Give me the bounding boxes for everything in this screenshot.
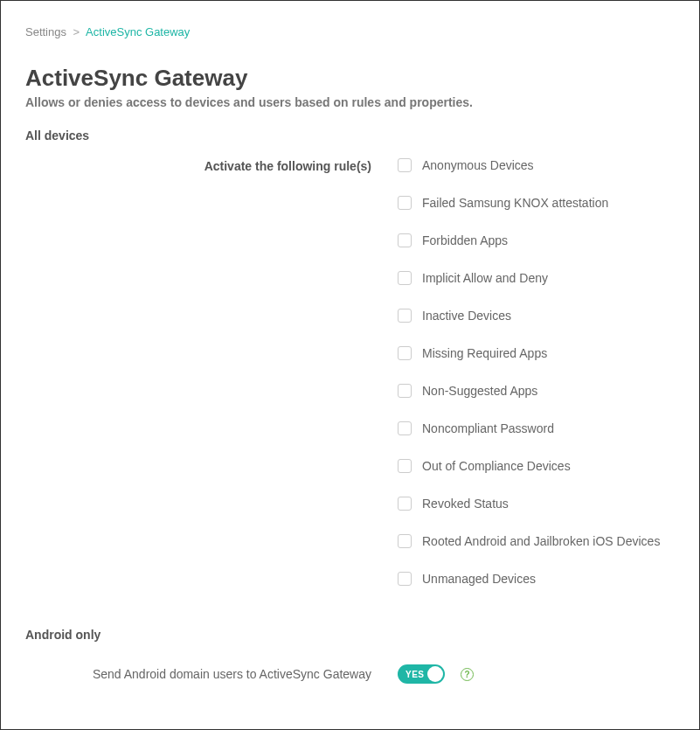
rule-label: Missing Required Apps [422, 346, 547, 360]
rule-missing-required-apps: Missing Required Apps [398, 346, 675, 360]
breadcrumb-current[interactable]: ActiveSync Gateway [86, 25, 190, 38]
checkbox-failed-knox[interactable] [398, 196, 412, 210]
rule-out-of-compliance: Out of Compliance Devices [398, 459, 675, 473]
send-android-toggle[interactable]: YES [398, 664, 445, 684]
breadcrumb-parent[interactable]: Settings [25, 25, 66, 38]
toggle-knob [427, 666, 443, 682]
rule-anonymous-devices: Anonymous Devices [398, 158, 675, 172]
help-icon[interactable]: ? [461, 668, 474, 681]
rule-rooted-jailbroken: Rooted Android and Jailbroken iOS Device… [398, 534, 675, 548]
android-toggle-label: Send Android domain users to ActiveSync … [25, 667, 398, 681]
rule-label: Inactive Devices [422, 309, 511, 323]
rule-label: Implicit Allow and Deny [422, 271, 548, 285]
section-android-title: Android only [25, 628, 675, 642]
checkbox-anonymous-devices[interactable] [398, 158, 412, 172]
rule-label: Anonymous Devices [422, 158, 534, 172]
checkbox-noncompliant-password[interactable] [398, 421, 412, 435]
checkbox-out-of-compliance[interactable] [398, 459, 412, 473]
section-all-devices-title: All devices [25, 129, 675, 143]
rule-label: Out of Compliance Devices [422, 459, 571, 473]
android-toggle-row: Send Android domain users to ActiveSync … [25, 664, 675, 684]
breadcrumb-separator: > [73, 25, 80, 38]
rule-label: Revoked Status [422, 497, 509, 511]
rule-label: Rooted Android and Jailbroken iOS Device… [422, 534, 660, 548]
rule-label: Forbidden Apps [422, 233, 508, 247]
rule-forbidden-apps: Forbidden Apps [398, 233, 675, 247]
checkbox-revoked-status[interactable] [398, 497, 412, 511]
rule-label: Non-Suggested Apps [422, 384, 537, 398]
rule-label: Noncompliant Password [422, 421, 554, 435]
rule-label: Failed Samsung KNOX attestation [422, 196, 608, 210]
rules-form-row: Activate the following rule(s) Anonymous… [25, 158, 675, 586]
section-android: Android only Send Android domain users t… [25, 628, 675, 684]
rules-label: Activate the following rule(s) [25, 158, 398, 173]
rules-list: Anonymous Devices Failed Samsung KNOX at… [398, 158, 675, 586]
toggle-value-label: YES [405, 670, 425, 679]
rule-revoked-status: Revoked Status [398, 497, 675, 511]
rule-inactive-devices: Inactive Devices [398, 309, 675, 323]
breadcrumb: Settings > ActiveSync Gateway [25, 25, 675, 38]
page-subtitle: Allows or denies access to devices and u… [25, 95, 675, 109]
android-toggle-col: YES ? [398, 664, 675, 684]
checkbox-implicit-allow-deny[interactable] [398, 271, 412, 285]
rule-failed-knox: Failed Samsung KNOX attestation [398, 196, 675, 210]
page-title: ActiveSync Gateway [25, 65, 675, 92]
checkbox-unmanaged-devices[interactable] [398, 572, 412, 586]
checkbox-rooted-jailbroken[interactable] [398, 534, 412, 548]
rule-non-suggested-apps: Non-Suggested Apps [398, 384, 675, 398]
checkbox-non-suggested-apps[interactable] [398, 384, 412, 398]
rule-label: Unmanaged Devices [422, 572, 536, 586]
checkbox-forbidden-apps[interactable] [398, 233, 412, 247]
rule-unmanaged-devices: Unmanaged Devices [398, 572, 675, 586]
rule-noncompliant-password: Noncompliant Password [398, 421, 675, 435]
checkbox-inactive-devices[interactable] [398, 309, 412, 323]
checkbox-missing-required-apps[interactable] [398, 346, 412, 360]
rule-implicit-allow-deny: Implicit Allow and Deny [398, 271, 675, 285]
